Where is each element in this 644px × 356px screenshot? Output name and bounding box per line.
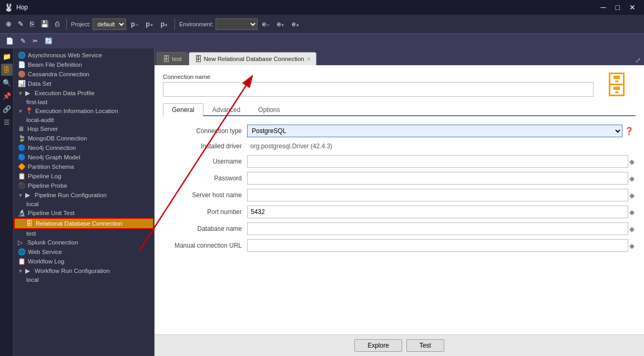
database-name-input[interactable] xyxy=(247,222,628,235)
expand-arrow3: ▼ xyxy=(18,192,23,198)
copy-button[interactable]: ⎘ xyxy=(27,18,37,29)
e-plus-button[interactable]: e₊ xyxy=(274,18,287,29)
close-button[interactable]: ✕ xyxy=(625,2,640,13)
sidebar-item-beam-file[interactable]: 📄 Beam File Definition xyxy=(14,60,154,69)
sidebar-item-pipeline-log[interactable]: 📋 Pipeline Log xyxy=(14,171,154,181)
maximize-button[interactable]: □ xyxy=(611,2,624,13)
workflow-log-icon: 📋 xyxy=(18,258,26,265)
server-host-dropdown-btn[interactable]: ◆ xyxy=(628,191,636,199)
pipeline-run-label: Pipeline Run Configuration xyxy=(35,192,107,198)
cassandra-label: Cassandra Connection xyxy=(28,71,89,77)
database-name-field-wrap: ◆ xyxy=(247,222,636,235)
username-dropdown-btn[interactable]: ◆ xyxy=(628,158,636,166)
e-minus-button[interactable]: e₋ xyxy=(260,18,272,29)
sidebar-item-pipeline-unit-test[interactable]: 🔬 Pipeline Unit Test xyxy=(14,208,154,218)
local-audit-label: local-audit xyxy=(26,117,54,123)
tab-close-button[interactable]: ✕ xyxy=(306,56,311,62)
password-input[interactable] xyxy=(247,172,628,185)
username-input[interactable] xyxy=(247,155,628,168)
sidebar-item-neo4j[interactable]: 🔵 Neo4j Connection xyxy=(14,143,154,152)
sidebar-item-async-web-service[interactable]: 🌐 Asynchronous Web Service xyxy=(14,50,154,60)
sub-tab-advanced[interactable]: Advanced xyxy=(203,103,249,116)
save-button[interactable]: 💾 xyxy=(38,18,52,29)
password-dropdown-btn[interactable]: ◆ xyxy=(628,175,636,182)
tab-new-relational-db[interactable]: 🗄 New Relational Database Connection ✕ xyxy=(189,52,316,65)
async-web-service-icon: 🌐 xyxy=(18,52,26,59)
p-minus-button[interactable]: p₋ xyxy=(128,18,141,29)
edit2-button[interactable]: ✎ xyxy=(18,36,28,46)
sidebar-item-neo4j-graph[interactable]: 🔵 Neo4j Graph Model xyxy=(14,152,154,162)
manual-url-input[interactable] xyxy=(247,239,628,252)
project-select[interactable]: default xyxy=(93,18,126,30)
sidebar-item-first-last[interactable]: first-last xyxy=(14,98,154,106)
sidebar-item-mongodb[interactable]: 🍃 MongoDB Connection xyxy=(14,134,154,143)
refresh-button[interactable]: 🔄 xyxy=(42,36,55,46)
installed-driver-value: org.postgresql.Driver (42.4.3) xyxy=(247,141,636,151)
sidebar-item-dataset[interactable]: 📊 Data Set xyxy=(14,79,154,88)
password-field-wrap: ◆ xyxy=(247,172,636,185)
sidebar-icon-menu[interactable]: ☰ xyxy=(1,116,13,128)
connection-type-help[interactable]: ❓ xyxy=(622,127,636,135)
sidebar-item-hop-server[interactable]: 🖥 Hop Server xyxy=(14,124,154,134)
test-label: test xyxy=(26,230,36,237)
sidebar-item-exec-data-profile[interactable]: ▼ ▶ Execution Data Profile xyxy=(14,88,154,98)
sidebar-item-web-service[interactable]: 🌐 Web Service xyxy=(14,247,154,257)
sidebar-item-partition[interactable]: 🔶 Partition Schema xyxy=(14,162,154,171)
edit-button[interactable]: ✎ xyxy=(15,18,26,29)
new-button[interactable]: ⊕ xyxy=(3,18,14,29)
e-x-button[interactable]: eₓ xyxy=(289,18,301,29)
sidebar-item-test[interactable]: test xyxy=(14,229,154,238)
tab-new-relational-db-label: New Relational Database Connection xyxy=(204,56,304,62)
port-dropdown-btn[interactable]: ◆ xyxy=(628,208,636,216)
tab-expand-button[interactable]: ⤢ xyxy=(634,55,642,65)
database-name-dropdown-btn[interactable]: ◆ xyxy=(628,225,636,233)
password-row: Password ◆ xyxy=(163,172,636,185)
sidebar-item-pipeline-probe[interactable]: ⚫ Pipeline Probe xyxy=(14,181,154,190)
sub-tab-general[interactable]: General xyxy=(163,103,203,116)
connection-type-row: Connection type PostgreSQL ❓ xyxy=(163,125,636,137)
sidebar-icon-link[interactable]: 🔗 xyxy=(1,103,13,115)
partition-icon: 🔶 xyxy=(18,163,26,170)
manual-url-dropdown-btn[interactable]: ◆ xyxy=(628,242,636,250)
sub-tab-options[interactable]: Options xyxy=(249,103,289,116)
p-x-button[interactable]: pₓ xyxy=(158,18,170,29)
sidebar-item-splunk[interactable]: ▷ Splunk Connection xyxy=(14,238,154,247)
test-button[interactable]: Test xyxy=(406,339,444,352)
title-bar: 🐰 Hop ─ □ ✕ xyxy=(0,0,644,15)
sidebar-item-local2[interactable]: local xyxy=(14,276,154,284)
port-input[interactable] xyxy=(247,206,628,218)
sidebar-icon-folder[interactable]: 📁 xyxy=(1,50,13,63)
server-host-input[interactable] xyxy=(247,189,628,201)
tab-bar: 🗄 test 🗄 New Relational Database Connect… xyxy=(155,48,644,65)
connection-type-select[interactable]: PostgreSQL xyxy=(247,125,622,137)
env-select[interactable] xyxy=(216,18,258,30)
sidebar-item-relational-db[interactable]: ▼ 🗄 Relational Database Connection xyxy=(14,218,154,229)
sidebar-tree: 🌐 Asynchronous Web Service 📄 Beam File D… xyxy=(14,48,154,356)
sidebar-icon-search[interactable]: 🔍 xyxy=(1,77,13,89)
env-label: Environment: xyxy=(179,21,213,27)
sidebar-item-pipeline-run-config[interactable]: ▼ ▶ Pipeline Run Configuration xyxy=(14,190,154,200)
local1-label: local xyxy=(26,201,39,207)
sidebar-icon-pin[interactable]: 📌 xyxy=(1,90,13,102)
sidebar-item-local1[interactable]: local xyxy=(14,200,154,208)
connection-name-label: Connection name xyxy=(163,74,636,80)
minimize-button[interactable]: ─ xyxy=(597,2,610,13)
sidebar-item-workflow-run-config[interactable]: ▼ ▶ Workflow Run Configuration xyxy=(14,266,154,276)
sub-tab-bar: General Advanced Options xyxy=(163,103,636,116)
sidebar-icon-db[interactable]: 🗄 xyxy=(1,64,13,76)
server-host-row: Server host name ◆ xyxy=(163,189,636,201)
new-file-button[interactable]: 📄 xyxy=(3,36,16,46)
sidebar-item-workflow-log[interactable]: 📋 Workflow Log xyxy=(14,257,154,266)
port-row: Port number ◆ xyxy=(163,206,636,218)
sidebar-item-local-audit[interactable]: local-audit xyxy=(14,116,154,124)
connection-name-input[interactable] xyxy=(163,82,594,97)
sep1 xyxy=(66,18,67,30)
tab-test[interactable]: 🗄 test xyxy=(157,52,188,65)
neo4j-icon: 🔵 xyxy=(18,144,26,151)
sidebar-item-cassandra[interactable]: 🟤 Cassandra Connection xyxy=(14,69,154,79)
print-button[interactable]: ⎙ xyxy=(53,18,62,29)
p-plus-button[interactable]: p₊ xyxy=(144,18,156,29)
explore-button[interactable]: Explore xyxy=(354,339,402,352)
sidebar-item-exec-info-location[interactable]: ▼ 📍 Execution Information Location xyxy=(14,106,154,116)
cut-button[interactable]: ✂ xyxy=(30,36,40,46)
